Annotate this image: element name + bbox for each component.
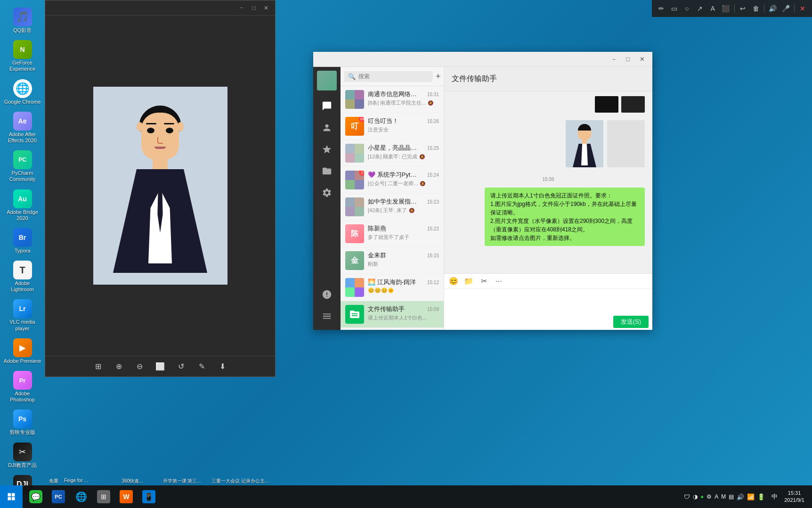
nvidia-label: GeForce Experience xyxy=(4,60,41,72)
sidebar-icon-chrome[interactable]: 🌐 Google Chrome xyxy=(2,76,43,108)
chat-avatar-dingdang: 叮 99 xyxy=(345,117,364,136)
tray-icon-3: A xyxy=(715,493,718,500)
chat-item-python[interactable]: 2 💜 系统学习Python... 15:24 [公众号] 二重一老师... 🔕 xyxy=(341,167,444,194)
taskbar-calculator[interactable]: ⊞ xyxy=(92,485,115,508)
circle-tool-btn[interactable]: ○ xyxy=(682,2,691,15)
image-viewer-titlebar: － □ ✕ xyxy=(45,0,275,16)
sidebar-icon-vlc[interactable]: ▶ Adobe Premiere xyxy=(2,336,43,367)
thumbnail-btn[interactable]: ⊞ xyxy=(91,360,105,373)
taskbar-wechat[interactable]: 💬 xyxy=(24,485,47,508)
text-tool-btn[interactable]: A xyxy=(708,2,717,15)
rect-tool-btn[interactable]: ▭ xyxy=(669,2,678,15)
taskbar: 💬 PC 🌐 ⊞ W 📱 🛡 ◑ ● ⚙ A xyxy=(0,485,812,508)
arrow-tool-btn[interactable]: ↗ xyxy=(695,2,704,15)
sidebar-icon-lightroom[interactable]: Lr VLC media player xyxy=(2,296,43,334)
sidebar-icon-qqmusic[interactable]: 🎵 QQ影音 xyxy=(2,5,43,36)
taskbar-lang[interactable]: 中 xyxy=(769,492,780,501)
after-effects-icon: Ae xyxy=(13,112,32,131)
start-button[interactable] xyxy=(0,485,23,508)
wechat-avatar-img xyxy=(317,71,337,90)
highlight-tool-btn[interactable]: ⬛ xyxy=(721,2,730,15)
chat-item-jiangsu[interactable]: 江苏省如东高级中学... 14:54 陈新燕: [图片] 🔕 xyxy=(341,328,444,330)
nav-favorites-icon[interactable] xyxy=(317,139,337,159)
maximize-btn[interactable]: □ xyxy=(249,3,259,13)
message-input[interactable] xyxy=(444,289,652,314)
mic-btn[interactable]: 🎤 xyxy=(781,2,790,15)
emoji-btn[interactable]: 😊 xyxy=(448,276,459,287)
wechat-body: 🔍 + 南通市信息网络安全... xyxy=(313,67,652,330)
minimize-btn[interactable]: － xyxy=(236,3,247,13)
chat-preview-sea: 😊😊😊🌞 xyxy=(368,287,439,294)
chat-name-chenxinyan: 陈新燕 xyxy=(368,224,386,233)
chat-title: 文件传输助手 xyxy=(452,74,497,84)
zoom-out-btn[interactable]: ⊖ xyxy=(133,360,146,373)
nav-bottom-icon-1[interactable] xyxy=(317,285,337,304)
taskbar-chrome[interactable]: 🌐 xyxy=(70,485,92,508)
edit-btn[interactable]: ✎ xyxy=(195,360,208,373)
rotate-btn[interactable]: ↺ xyxy=(174,360,187,373)
chat-name-dingdang: 叮当叮当！ xyxy=(368,117,398,125)
fit-window-btn[interactable]: ⬜ xyxy=(154,360,167,373)
wechat-minimize-btn[interactable]: － xyxy=(607,54,620,65)
chat-item-chenxinyan[interactable]: 陈 陈新燕 15:22 多了就觉不了桌子 xyxy=(341,221,444,247)
scissors-btn[interactable]: ✂ xyxy=(478,276,489,287)
chat-item-jinlaiqun[interactable]: 金 金来群 15:15 刚新 xyxy=(341,247,444,274)
nav-files-icon[interactable] xyxy=(317,161,337,181)
vlc-label: Adobe Premiere xyxy=(4,358,41,364)
nav-chat-icon[interactable] xyxy=(317,96,337,116)
send-btn[interactable]: 发送(S) xyxy=(613,316,649,328)
chat-item-nantong[interactable]: 南通市信息网络安全... 15:31 [8条] 南通理工学院主任... 🔕 xyxy=(341,86,444,113)
search-input-container: 🔍 xyxy=(344,71,433,82)
taskbar-pcmaster[interactable]: PC xyxy=(47,485,70,508)
sidebar-icon-nvidia[interactable]: N GeForce Experience xyxy=(2,37,43,75)
chat-item-sea[interactable]: 🌅 江风海韵-阔洋 15:12 😊😊😊🌞 xyxy=(341,274,444,301)
undo-tool-btn[interactable]: ↩ xyxy=(738,2,747,15)
chat-item-dingdang[interactable]: 叮 99 叮当叮当！ 15:26 注意安全 xyxy=(341,113,444,140)
sidebar-icon-capcut[interactable]: ✂ DJI教育产品 xyxy=(2,440,43,471)
chat-item-guidance[interactable]: 如中学生发展指导中... 15:23 [42条] 王琴: 来了 🔕 xyxy=(341,194,444,221)
file-btn[interactable]: 📁 xyxy=(463,276,474,287)
close-btn[interactable]: ✕ xyxy=(261,3,271,13)
chat-item-stars[interactable]: 小星星，亮晶晶⭐ (... 15:25 [12条] 顾素芊: 已完成 🔕 xyxy=(341,140,444,167)
wechat-close-btn[interactable]: ✕ xyxy=(635,54,649,65)
sidebar-icon-audition[interactable]: Au Adobe Bridge 2020 xyxy=(2,187,43,224)
pencil-tool-btn[interactable]: ✏ xyxy=(657,2,666,15)
chat-meta-guidance: 如中学生发展指导中... 15:23 [42条] 王琴: 来了 🔕 xyxy=(368,197,439,216)
chat-time-nantong: 15:31 xyxy=(427,92,439,97)
label-1: 免重 xyxy=(47,477,60,485)
search-input[interactable] xyxy=(358,73,429,80)
chat-preview-stars: [12条] 顾素芊: 已完成 🔕 xyxy=(368,153,439,160)
sidebar-icon-typora[interactable]: T Adobe Lightroom xyxy=(2,258,43,295)
taskbar-wps[interactable]: W xyxy=(115,485,138,508)
download-btn[interactable]: ⬇ xyxy=(216,360,229,373)
wechat-maximize-btn[interactable]: □ xyxy=(621,54,634,65)
bridge-icon: Br xyxy=(13,228,32,247)
chat-preview-dingdang: 注意安全 xyxy=(368,126,439,133)
received-thumbnails xyxy=(452,96,645,113)
sidebar-icon-photoshop[interactable]: Ps 剪映专业版 xyxy=(2,407,43,438)
after-effects-label: Adobe After Effects 2020 xyxy=(4,131,41,144)
tray-icon-wechat: ● xyxy=(700,493,704,500)
more-input-btn[interactable]: ··· xyxy=(493,276,504,287)
sidebar-icon-bridge[interactable]: Br Typora xyxy=(2,225,43,257)
wechat-user-avatar[interactable] xyxy=(317,71,337,90)
chat-preview-filetransfer: 请上传近期本人1寸白色... xyxy=(368,314,439,321)
taskbar-phone[interactable]: 📱 xyxy=(138,485,160,508)
taskbar-clock[interactable]: 15:31 2021/9/1 xyxy=(780,490,808,504)
thumbnail-dark-2 xyxy=(621,96,645,113)
person-photo-thumb[interactable] xyxy=(566,120,603,167)
delete-tool-btn[interactable]: 🗑 xyxy=(751,2,760,15)
add-contact-btn[interactable]: + xyxy=(436,71,441,82)
chrome-icon: 🌐 xyxy=(13,79,32,98)
nav-settings-icon[interactable] xyxy=(317,183,337,203)
zoom-in-btn[interactable]: ⊕ xyxy=(112,360,125,373)
sidebar-icon-after-effects[interactable]: Ae Adobe After Effects 2020 xyxy=(2,109,43,147)
speaker-btn[interactable]: 🔊 xyxy=(768,2,777,15)
close-tool-btn[interactable]: ✕ xyxy=(798,2,807,15)
sidebar-icon-premiere[interactable]: Pr Adobe Photoshop xyxy=(2,368,43,406)
typora-icon: T xyxy=(13,261,32,279)
nav-contacts-icon[interactable] xyxy=(317,118,337,138)
chat-item-filetransfer[interactable]: 文件传输助手 15:09 请上传近期本人1寸白色... xyxy=(341,301,444,328)
sidebar-icon-pycharm[interactable]: PC PyCharm Community xyxy=(2,147,43,185)
nav-bottom-icon-2[interactable] xyxy=(317,306,337,326)
